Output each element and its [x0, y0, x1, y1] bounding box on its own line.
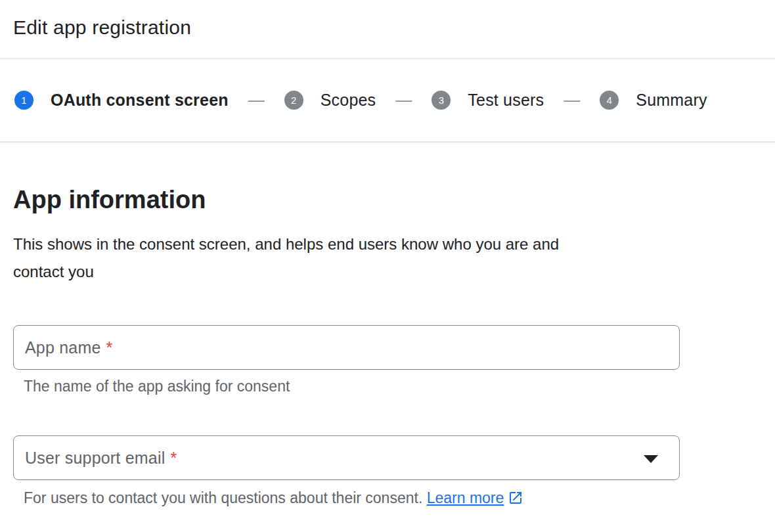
app-name-label: App name	[25, 338, 101, 357]
page-title: Edit app registration	[13, 16, 762, 39]
step-oauth-consent-screen[interactable]: 1 OAuth consent screen	[14, 91, 229, 110]
learn-more-link[interactable]: Learn more	[427, 489, 504, 506]
external-link-icon	[508, 490, 523, 506]
step-3-label: Test users	[468, 91, 544, 110]
step-3-badge: 3	[432, 91, 451, 110]
step-test-users[interactable]: 3 Test users	[432, 91, 544, 110]
app-name-helper: The name of the app asking for consent	[24, 376, 762, 396]
user-support-email-label: User support email	[25, 449, 165, 468]
section-heading: App information	[13, 185, 762, 215]
step-separator: —	[564, 91, 580, 110]
section-description: This shows in the consent screen, and he…	[13, 231, 604, 286]
user-support-email-select[interactable]: User support email *	[13, 435, 680, 480]
step-2-label: Scopes	[321, 91, 376, 110]
stepper-divider	[0, 141, 775, 143]
page-header: Edit app registration	[0, 0, 775, 39]
step-4-label: Summary	[636, 91, 707, 110]
step-4-badge: 4	[600, 91, 619, 110]
stepper: 1 OAuth consent screen — 2 Scopes — 3 Te…	[0, 59, 775, 141]
user-support-email-helper: For users to contact you with questions …	[24, 488, 762, 508]
step-1-label: OAuth consent screen	[51, 91, 229, 110]
step-separator: —	[395, 91, 412, 110]
step-summary[interactable]: 4 Summary	[600, 91, 707, 110]
step-2-badge: 2	[284, 91, 303, 110]
app-name-input[interactable]: App name *	[13, 325, 680, 370]
helper-text: For users to contact you with questions …	[24, 489, 422, 506]
step-separator: —	[248, 91, 265, 110]
required-asterisk: *	[170, 449, 177, 468]
main-content: App information This shows in the consen…	[0, 185, 775, 508]
step-scopes[interactable]: 2 Scopes	[284, 91, 376, 110]
required-asterisk: *	[106, 338, 113, 357]
step-1-badge: 1	[14, 91, 33, 110]
dropdown-arrow-icon	[644, 455, 658, 463]
